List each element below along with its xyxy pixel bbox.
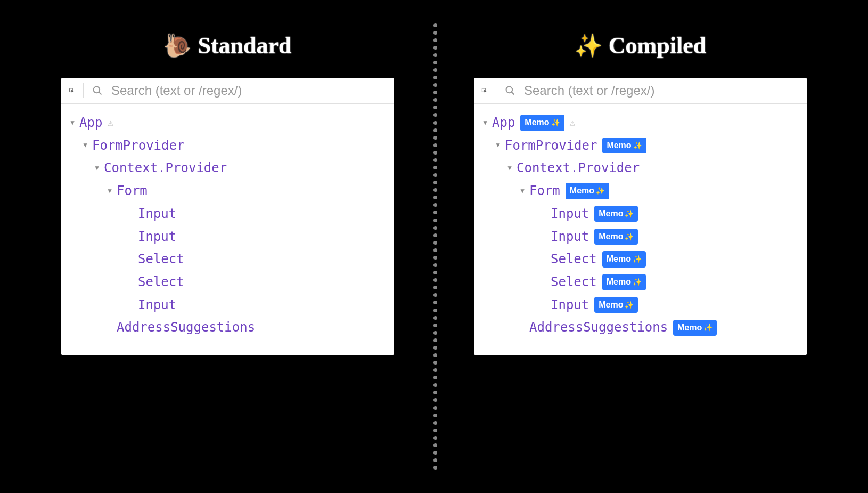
- divider-dot: [433, 226, 437, 230]
- disclosure-triangle-icon[interactable]: ▼: [81, 142, 89, 149]
- disclosure-triangle-icon: [127, 256, 135, 263]
- tree-node[interactable]: InputMemo ✨: [479, 294, 801, 317]
- sparkle-icon: ✨: [633, 276, 642, 289]
- divider-dot: [433, 338, 437, 342]
- tree-node[interactable]: ▼App⚠: [67, 111, 389, 134]
- divider-dot: [433, 53, 437, 57]
- tree-node[interactable]: ▼Context.Provider: [479, 157, 801, 180]
- search-input[interactable]: [111, 83, 387, 98]
- component-name: Input: [138, 225, 176, 248]
- tree-node[interactable]: Select: [67, 248, 389, 271]
- disclosure-triangle-icon[interactable]: ▼: [506, 165, 513, 172]
- sparkle-icon: ✨: [625, 298, 634, 312]
- tree-node[interactable]: Input: [67, 203, 389, 225]
- divider-dot: [433, 121, 437, 125]
- memo-badge: Memo ✨: [520, 115, 564, 131]
- tree-node[interactable]: Input: [67, 225, 389, 248]
- compiled-component-tree: ▼AppMemo ✨⚠▼FormProviderMemo ✨▼Context.P…: [474, 104, 807, 355]
- tree-node[interactable]: InputMemo ✨: [479, 203, 801, 225]
- warning-icon[interactable]: ⚠: [570, 114, 576, 131]
- divider-dot: [433, 46, 437, 50]
- disclosure-triangle-icon: [127, 233, 135, 240]
- standard-title: 🐌 Standard: [163, 32, 291, 59]
- disclosure-triangle-icon[interactable]: ▼: [494, 142, 502, 149]
- sparkle-icon: ✨: [625, 230, 634, 244]
- tree-node[interactable]: ▼Context.Provider: [67, 157, 389, 180]
- divider-dot: [433, 346, 437, 350]
- component-name: AddressSuggestions: [529, 316, 668, 339]
- component-name: Form: [117, 180, 148, 203]
- component-name: FormProvider: [92, 134, 184, 157]
- tree-node[interactable]: Select: [67, 271, 389, 294]
- divider-dot: [433, 151, 437, 155]
- column-divider: [433, 21, 435, 472]
- divider-dot: [433, 143, 437, 147]
- compiled-panel: ▼AppMemo ✨⚠▼FormProviderMemo ✨▼Context.P…: [474, 78, 807, 355]
- divider-dot: [433, 241, 437, 245]
- disclosure-triangle-icon[interactable]: ▼: [93, 165, 101, 172]
- tree-node[interactable]: ▼Form: [67, 180, 389, 203]
- tree-node[interactable]: AddressSuggestions: [67, 316, 389, 339]
- divider-dot: [433, 219, 437, 222]
- standard-component-tree: ▼App⚠▼FormProvider▼Context.Provider▼Form…: [61, 104, 394, 355]
- component-name: Input: [138, 203, 176, 225]
- snail-icon: 🐌: [163, 33, 191, 59]
- compiled-title-text: Compiled: [609, 32, 706, 59]
- element-picker-icon[interactable]: [69, 83, 84, 98]
- tree-node[interactable]: ▼AppMemo ✨⚠: [479, 111, 801, 134]
- svg-point-4: [506, 87, 513, 93]
- divider-dot: [433, 451, 437, 455]
- divider-dot: [433, 61, 437, 64]
- divider-dot: [433, 361, 437, 365]
- search-input[interactable]: [524, 83, 799, 98]
- component-name: AddressSuggestions: [117, 316, 255, 339]
- component-name: Select: [138, 248, 184, 271]
- divider-dot: [433, 436, 437, 440]
- component-name: App: [492, 111, 515, 134]
- component-name: Context.Provider: [104, 157, 227, 180]
- standard-column: 🐌 Standard ▼App⚠▼: [21, 32, 434, 440]
- sparkle-icon: ✨: [703, 321, 713, 334]
- divider-dot: [433, 309, 437, 312]
- component-name: Input: [138, 294, 176, 317]
- memo-badge: Memo ✨: [594, 206, 638, 222]
- search-icon: [92, 85, 103, 96]
- divider-dot: [433, 466, 437, 470]
- divider-dot: [433, 324, 437, 327]
- disclosure-triangle-icon[interactable]: ▼: [106, 188, 113, 195]
- memo-badge: Memo ✨: [566, 183, 609, 199]
- disclosure-triangle-icon[interactable]: ▼: [519, 188, 526, 195]
- disclosure-triangle-icon: [127, 278, 135, 286]
- disclosure-triangle-icon: [106, 324, 113, 332]
- tree-node[interactable]: SelectMemo ✨: [479, 271, 801, 294]
- divider-dot: [433, 353, 437, 357]
- memo-badge: Memo ✨: [602, 138, 646, 153]
- memo-badge: Memo ✨: [594, 229, 638, 245]
- search-bar: [61, 78, 394, 104]
- sparkle-icon: ✨: [625, 207, 634, 221]
- tree-node[interactable]: Input: [67, 294, 389, 317]
- warning-icon[interactable]: ⚠: [108, 114, 113, 131]
- memo-badge: Memo ✨: [602, 274, 646, 290]
- divider-dot: [433, 406, 437, 410]
- tree-node[interactable]: ▼FormProvider: [67, 134, 389, 157]
- disclosure-triangle-icon: [540, 233, 547, 240]
- disclosure-triangle-icon[interactable]: ▼: [481, 119, 489, 126]
- memo-badge: Memo ✨: [602, 251, 646, 267]
- element-picker-icon[interactable]: [481, 83, 496, 98]
- divider-dot: [433, 248, 437, 252]
- disclosure-triangle-icon: [127, 210, 135, 217]
- disclosure-triangle-icon[interactable]: ▼: [69, 119, 76, 126]
- divider-dot: [433, 128, 437, 132]
- tree-node[interactable]: ▼FormProviderMemo ✨: [479, 134, 801, 157]
- search-bar: [474, 78, 807, 104]
- tree-node[interactable]: InputMemo ✨: [479, 225, 801, 248]
- standard-title-text: Standard: [198, 32, 291, 59]
- tree-node[interactable]: SelectMemo ✨: [479, 248, 801, 271]
- divider-dot: [433, 316, 437, 320]
- component-name: Input: [551, 203, 589, 225]
- tree-node[interactable]: ▼FormMemo ✨: [479, 180, 801, 203]
- component-name: Input: [551, 294, 589, 317]
- sparkles-icon: ✨: [575, 33, 602, 59]
- tree-node[interactable]: AddressSuggestionsMemo ✨: [479, 316, 801, 339]
